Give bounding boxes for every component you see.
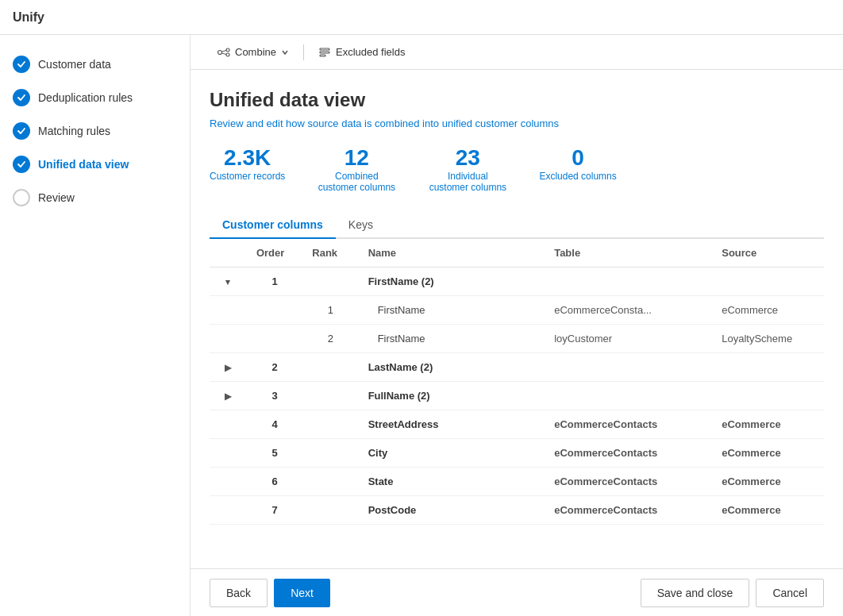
footer-right: Save and close Cancel: [641, 579, 824, 607]
svg-rect-7: [320, 55, 325, 56]
child-name-cell: FirstName: [359, 325, 545, 353]
table-row: 7PostCodeeCommerceContactseCommerce: [210, 496, 824, 525]
footer-left: Back Next: [210, 579, 330, 607]
next-button[interactable]: Next: [274, 579, 330, 607]
data-table: Order Rank Name Table Source ▾1FirstName…: [210, 239, 824, 525]
rank-cell: [302, 268, 358, 296]
rank-cell: [302, 439, 358, 468]
sidebar-item-label: Unified data view: [38, 158, 129, 171]
rank-cell: [302, 410, 358, 439]
th-table: Table: [545, 239, 712, 268]
table-row: ▶3FullName (2): [210, 382, 824, 410]
sub-nav: Combine Excluded fields: [191, 35, 843, 70]
source-cell: [712, 268, 824, 296]
stat-number: 12: [345, 145, 369, 171]
expand-cell: [210, 439, 247, 468]
tab-keys[interactable]: Keys: [336, 212, 386, 239]
table-head: Order Rank Name Table Source: [210, 239, 824, 268]
child-source-cell: eCommerce: [712, 296, 824, 325]
stats-row: 2.3KCustomer records12Combined customer …: [210, 145, 824, 193]
sidebar-item-label: Customer data: [38, 58, 111, 71]
svg-point-1: [226, 48, 229, 52]
sidebar-item-matching-rules[interactable]: Matching rules: [0, 114, 190, 148]
order-cell: 2: [247, 353, 302, 382]
expand-cell: [210, 496, 247, 525]
check-circle-icon: [13, 122, 30, 140]
save-close-button[interactable]: Save and close: [641, 579, 750, 607]
order-cell: 5: [247, 439, 302, 468]
sidebar-item-customer-data[interactable]: Customer data: [0, 48, 190, 81]
excluded-fields-icon: [318, 46, 331, 59]
th-source: Source: [712, 239, 824, 268]
child-rank-cell: 2: [302, 325, 358, 353]
child-name-cell: FirstName: [359, 296, 545, 325]
table-row: ▾1FirstName (2): [210, 268, 824, 296]
source-cell: eCommerce: [712, 468, 824, 496]
stat-label: Customer records: [210, 171, 285, 182]
name-cell: LastName (2): [359, 353, 545, 382]
sidebar-item-deduplication-rules[interactable]: Deduplication rules: [0, 81, 190, 114]
th-name: Name: [359, 239, 545, 268]
expand-icon[interactable]: ▶: [225, 363, 231, 372]
excluded-fields-label: Excluded fields: [336, 46, 405, 58]
name-cell: StreetAddress: [359, 410, 545, 439]
excluded-fields-nav-item[interactable]: Excluded fields: [310, 35, 413, 70]
rank-cell: [302, 468, 358, 496]
th-expand: [210, 239, 247, 268]
order-cell: 3: [247, 382, 302, 410]
expand-cell[interactable]: ▶: [210, 382, 247, 410]
sidebar: Customer dataDeduplication rulesMatching…: [0, 35, 191, 616]
table-sub-row: 2FirstNameloyCustomerLoyaltyScheme: [210, 325, 824, 353]
svg-rect-5: [320, 48, 329, 50]
table-cell: eCommerceContacts: [545, 468, 712, 496]
table-cell: [545, 382, 712, 410]
table-cell: eCommerceContacts: [545, 496, 712, 525]
table-cell: eCommerceContacts: [545, 410, 712, 439]
name-cell: City: [359, 439, 545, 468]
expand-cell[interactable]: ▾: [210, 268, 247, 296]
sidebar-item-unified-data-view[interactable]: Unified data view: [0, 148, 190, 181]
check-circle-icon: [13, 56, 30, 73]
stat-number: 23: [456, 145, 480, 171]
back-button[interactable]: Back: [210, 579, 268, 607]
sidebar-item-label: Deduplication rules: [38, 91, 133, 104]
combine-icon: [217, 46, 230, 59]
stat-excluded-columns: 0Excluded columns: [539, 145, 616, 193]
source-cell: eCommerce: [712, 496, 824, 525]
top-bar: Unify: [0, 0, 843, 35]
table-cell: [545, 268, 712, 296]
stat-label: Excluded columns: [539, 171, 616, 182]
svg-line-3: [222, 50, 227, 52]
source-cell: [712, 382, 824, 410]
expand-icon[interactable]: ▶: [225, 391, 231, 401]
sidebar-item-review[interactable]: Review: [0, 181, 190, 214]
stat-label: Combined customer columns: [317, 171, 396, 193]
expand-icon[interactable]: ▾: [225, 277, 230, 287]
table-row: ▶2LastName (2): [210, 353, 824, 382]
combine-nav-item[interactable]: Combine: [210, 35, 297, 70]
app-title: Unify: [13, 10, 44, 25]
source-cell: [712, 353, 824, 382]
cancel-button[interactable]: Cancel: [756, 579, 824, 607]
svg-point-2: [226, 53, 229, 56]
expand-cell[interactable]: ▶: [210, 353, 247, 382]
child-rank-cell: 1: [302, 296, 358, 325]
combine-chevron-icon: [281, 48, 289, 56]
main-content: Customer dataDeduplication rulesMatching…: [0, 35, 843, 616]
svg-rect-6: [320, 52, 329, 53]
order-cell: 1: [247, 268, 302, 296]
th-order: Order: [247, 239, 302, 268]
stat-combined-customer-columns: 12Combined customer columns: [317, 145, 396, 193]
table-row: 5CityeCommerceContactseCommerce: [210, 439, 824, 468]
nav-divider: [303, 44, 304, 60]
stat-customer-records: 2.3KCustomer records: [210, 145, 285, 193]
stat-label: Individual customer columns: [428, 171, 507, 193]
table-sub-row: 1FirstNameeCommerceConsta...eCommerce: [210, 296, 824, 325]
svg-line-4: [222, 53, 227, 55]
order-cell: 4: [247, 410, 302, 439]
child-source-cell: LoyaltyScheme: [712, 325, 824, 353]
expand-cell: [210, 410, 247, 439]
tab-customer-columns[interactable]: Customer columns: [210, 212, 336, 239]
check-circle-icon: [13, 89, 30, 106]
content-area: Combine Excluded fields Unif: [191, 35, 843, 616]
